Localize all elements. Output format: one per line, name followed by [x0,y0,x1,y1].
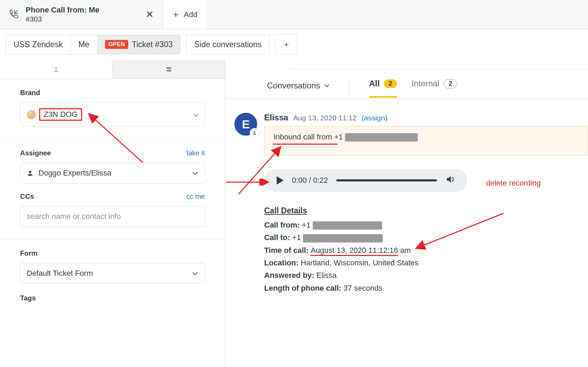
avatar: E [234,113,257,136]
comment-author: Elissa [264,113,288,122]
form-value: Default Ticket Form [27,269,93,278]
user-icon [27,170,34,177]
user-icon [53,66,60,73]
breadcrumb-ticket-label: Ticket #303 [132,40,173,49]
comment-row: E Elissa Aug 13, 2020 11:12 (assign) Inb… [225,99,588,295]
tab-all-count: 2 [384,79,397,88]
svg-point-5 [254,131,256,133]
call-from-row: Call from: +1 [264,219,588,231]
brand-logo-icon [27,110,36,119]
brand-label: Brand [20,89,40,97]
brand-field: Brand Z3N DOG [0,79,225,139]
sidebar: Brand Z3N DOG Assignee take it [0,60,225,367]
audio-time: 0:00 / 0:22 [292,176,328,185]
length-row: Length of phone call: 37 seconds [264,282,588,295]
assignee-value: Doggo Experts/Elissa [38,169,111,178]
call-details: Call Details Call from: +1 Call to: +1 T… [264,204,588,295]
annotation-underline-inbound [273,144,337,145]
call-details-title: Call Details [264,204,588,217]
audio-player[interactable]: 0:00 / 0:22 [264,169,467,192]
user-icon [252,130,257,135]
plus-icon: ＋ [171,8,180,20]
svg-rect-1 [166,67,171,69]
action-row: USS Zendesk Me OPEN Ticket #303 Side con… [0,29,588,60]
tab-title: Phone Call from: Me [26,6,138,15]
form-select[interactable]: Default Ticket Form [20,263,205,284]
svg-point-0 [55,67,58,69]
breadcrumb-org[interactable]: USS Zendesk [6,35,70,54]
tab-all-label: All [369,79,380,88]
brand-select[interactable]: Z3N DOG [20,102,205,127]
redacted-phone [303,234,383,242]
volume-icon[interactable] [445,174,455,186]
answered-by-row: Answered by: Elissa [264,269,588,282]
tab-internal[interactable]: Internal 2 [412,79,457,93]
add-tab-label: Add [184,10,197,19]
time-underlined: August 13, 2020 11:12:16 [311,246,398,256]
phone-inbound-icon [8,9,19,20]
svg-rect-2 [166,70,171,71]
note-prefix: Inbound call [274,133,317,141]
cc-me-link[interactable]: cc me [187,193,205,200]
status-badge: OPEN [105,40,128,49]
conversations-label: Conversations [267,81,320,91]
redacted-phone [345,133,418,142]
panel-tab-user[interactable] [0,60,113,79]
delete-recording-link[interactable]: delete recording [486,179,541,188]
comment-body: Elissa Aug 13, 2020 11:12 (assign) Inbou… [264,113,588,295]
content: Conversations All 2 Internal 2 E [225,60,588,367]
tab-all[interactable]: All 2 [369,79,397,93]
comment-meta: Elissa Aug 13, 2020 11:12 (assign) [264,113,588,122]
fields-icon [165,66,172,73]
panel-tab-fields[interactable] [113,60,225,79]
location-row: Location: Hartland, Wisconsin, United St… [264,257,588,269]
play-button[interactable] [277,176,284,185]
call-to-row: Call to: +1 [264,231,588,244]
conversations-dropdown[interactable]: Conversations [267,81,330,91]
tab-internal-label: Internal [412,79,439,88]
time-of-call-row: Time of call: August 13, 2020 11:12:16 a… [264,244,588,257]
brand-value: Z3N DOG [39,108,82,121]
note-from: from +1 [317,133,345,141]
ccs-input[interactable] [20,206,205,227]
breadcrumb-ticket[interactable]: OPEN Ticket #303 [97,35,180,54]
avatar-initial: E [242,118,250,131]
conversation-tabs: All 2 Internal 2 [369,79,457,93]
comment-time: Aug 13, 2020 11:12 [293,114,356,122]
form-block: Form Default Ticket Form Tags [0,240,225,311]
tab-subtitle: #303 [26,15,138,23]
tab-internal-count: 2 [443,79,457,88]
internal-note: Inbound call from +1 [264,126,588,156]
breadcrumb-group: USS Zendesk Me OPEN Ticket #303 [6,35,181,54]
assign-link[interactable]: (assign) [362,114,388,122]
card-edge [288,60,588,69]
add-side-conversation-button[interactable]: ＋ [275,34,297,55]
plus-icon: ＋ [283,39,290,50]
take-it-link[interactable]: take it [187,149,205,157]
side-conversations-button[interactable]: Side conversations [186,35,269,54]
tab-text: Phone Call from: Me #303 [26,6,138,23]
ccs-label: CCs [20,193,34,200]
caret-down-icon [193,110,198,119]
tags-label: Tags [20,294,36,302]
breadcrumb-user[interactable]: Me [70,35,97,54]
svg-point-4 [29,171,32,173]
chevron-down-icon [192,269,198,278]
audio-progress[interactable] [336,179,437,181]
close-tab-button[interactable]: ✕ [144,7,155,22]
form-label: Form [20,249,37,257]
main: Brand Z3N DOG Assignee take it [0,60,588,367]
tab-bar: Phone Call from: Me #303 ✕ ＋ Add [0,0,588,29]
assignee-select[interactable]: Doggo Experts/Elissa [20,163,205,184]
redacted-phone [313,221,382,230]
add-tab-button[interactable]: ＋ Add [163,0,206,29]
divider [349,78,349,94]
chevron-down-icon [192,169,198,178]
panel-tabs [0,60,225,79]
chevron-down-icon [324,84,330,88]
avatar-role-badge [250,128,259,138]
assignee-label: Assignee [20,149,51,157]
assignee-ccs-block: Assignee take it Doggo Experts/Elissa CC… [0,139,225,240]
ticket-tab[interactable]: Phone Call from: Me #303 ✕ [0,0,163,29]
